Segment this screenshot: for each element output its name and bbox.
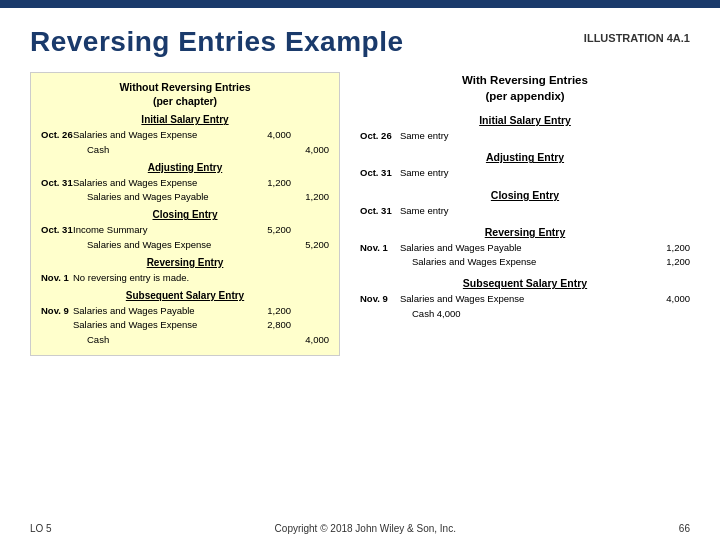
table-row: Oct. 31 Salaries and Wages Expense 1,200 <box>41 176 329 190</box>
top-bar <box>0 0 720 8</box>
left-adjusting-title: Adjusting Entry <box>41 162 329 173</box>
right-reversing-section: Reversing Entry Nov. 1 Salaries and Wage… <box>360 226 690 270</box>
table-row: Salaries and Wages Payable 1,200 <box>41 190 329 204</box>
table-row: Nov. 1 Salaries and Wages Payable 1,200 <box>360 241 690 255</box>
illustration-label: ILLUSTRATION 4A.1 <box>584 32 690 44</box>
right-panel: With Reversing Entries (per appendix) In… <box>360 72 690 356</box>
page-number: 66 <box>679 523 690 534</box>
page-title: Reversing Entries Example <box>30 26 404 58</box>
right-closing-title: Closing Entry <box>360 189 690 201</box>
right-header: With Reversing Entries (per appendix) <box>360 72 690 104</box>
right-closing-section: Closing Entry Oct. 31 Same entry <box>360 189 690 218</box>
table-row: Cash 4,000 <box>41 333 329 347</box>
left-closing-title: Closing Entry <box>41 209 329 220</box>
table-row: Salaries and Wages Expense 2,800 <box>41 318 329 332</box>
left-reversing-title: Reversing Entry <box>41 257 329 268</box>
footer: LO 5 Copyright © 2018 John Wiley & Son, … <box>0 523 720 534</box>
right-subsequent-section: Subsequent Salary Entry Nov. 9 Salaries … <box>360 277 690 321</box>
table-row: Nov. 9 Salaries and Wages Expense 4,000 <box>360 292 690 306</box>
table-row: Nov. 9 Salaries and Wages Payable 1,200 <box>41 304 329 318</box>
table-row: Nov. 1 No reversing entry is made. <box>41 271 329 285</box>
table-row: Salaries and Wages Expense 1,200 <box>360 255 690 269</box>
left-subsequent-title: Subsequent Salary Entry <box>41 290 329 301</box>
table-row: Cash 4,000 <box>41 143 329 157</box>
table-row: Cash 4,000 <box>360 307 690 321</box>
table-row: Oct. 31 Same entry <box>360 166 690 180</box>
right-subsequent-title: Subsequent Salary Entry <box>360 277 690 289</box>
table-row: Oct. 31 Income Summary 5,200 <box>41 223 329 237</box>
left-box-title: Without Reversing Entries (per chapter) <box>41 81 329 108</box>
table-row: Salaries and Wages Expense 5,200 <box>41 238 329 252</box>
left-box: Without Reversing Entries (per chapter) … <box>30 72 340 356</box>
right-initial-title: Initial Salary Entry <box>360 114 690 126</box>
left-initial-title: Initial Salary Entry <box>41 114 329 125</box>
copyright-label: Copyright © 2018 John Wiley & Son, Inc. <box>275 523 456 534</box>
right-adjusting-title: Adjusting Entry <box>360 151 690 163</box>
table-row: Oct. 31 Same entry <box>360 204 690 218</box>
right-reversing-title: Reversing Entry <box>360 226 690 238</box>
lo-label: LO 5 <box>30 523 52 534</box>
table-row: Oct. 26 Salaries and Wages Expense 4,000 <box>41 128 329 142</box>
right-initial-section: Initial Salary Entry Oct. 26 Same entry <box>360 114 690 143</box>
table-row: Oct. 26 Same entry <box>360 129 690 143</box>
right-adjusting-section: Adjusting Entry Oct. 31 Same entry <box>360 151 690 180</box>
